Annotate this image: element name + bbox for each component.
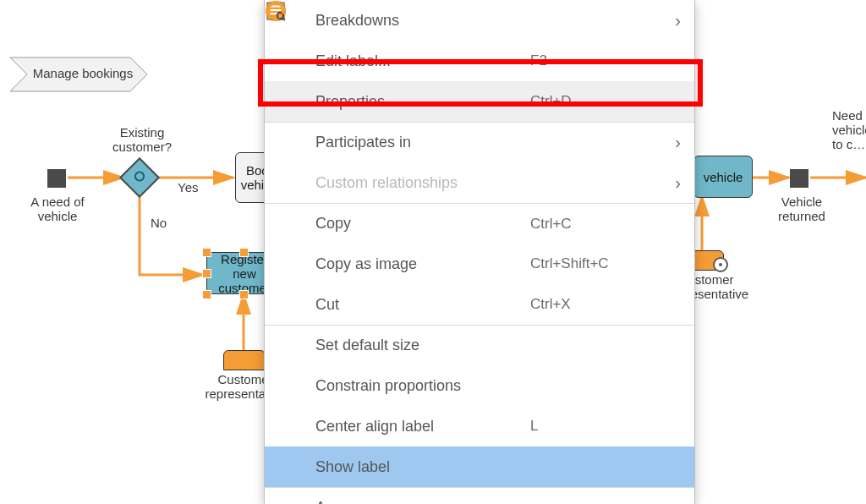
cut-off-label: Need vehicle to c… <box>832 108 866 151</box>
copy-image-icon <box>280 251 305 277</box>
chevron-right-icon: › <box>666 133 681 152</box>
menu-item-shortcut: Ctrl+X <box>530 296 666 313</box>
context-menu: Breakdowns›Edit label...F2Properties...C… <box>264 0 695 504</box>
selection-handle[interactable] <box>202 248 211 257</box>
selection-handle[interactable] <box>202 269 211 278</box>
copy-icon <box>280 211 305 237</box>
chevron-right-icon: › <box>666 173 681 193</box>
menu-item-label: Custom relationships <box>315 174 530 192</box>
start-event-label: A need of vehicle <box>24 194 91 223</box>
end-event[interactable] <box>790 169 808 188</box>
menu-item-shortcut: Ctrl+D <box>530 93 666 110</box>
menu-item-label: Participates in <box>315 134 530 151</box>
default-size-icon <box>280 333 305 359</box>
appearance-icon <box>280 496 305 505</box>
menu-item-shortcut: Ctrl+C <box>530 216 666 233</box>
center-align-icon <box>280 414 305 439</box>
selection-handle[interactable] <box>239 290 249 299</box>
relationship-icon <box>280 170 305 195</box>
menu-item-cut[interactable]: CutCtrl+X <box>265 284 694 325</box>
lock-icon <box>280 373 305 398</box>
title-chevron-label: Manage bookings <box>24 66 142 80</box>
menu-item-participates-in[interactable]: Participates in› <box>265 122 694 162</box>
menu-item-constrain-proportions[interactable]: Constrain proportions <box>265 365 694 406</box>
menu-item-label: Center align label <box>315 418 530 436</box>
menu-item-set-default-size[interactable]: Set default size <box>265 325 694 365</box>
edge-no-label: No <box>151 216 167 230</box>
menu-item-appearance[interactable]: Appearance <box>265 487 694 504</box>
pencil-icon <box>280 48 305 74</box>
menu-item-show-label[interactable]: Show label <box>265 446 694 487</box>
menu-item-label: Constrain proportions <box>315 377 530 395</box>
chevron-right-icon: › <box>666 11 681 30</box>
cut-icon <box>280 292 305 317</box>
diagram-canvas[interactable]: Manage bookings A need of vehicle Existi… <box>0 0 866 504</box>
menu-item-shortcut: L <box>530 418 666 435</box>
menu-item-label: Cut <box>315 296 530 314</box>
menu-item-label: Appearance <box>315 499 530 504</box>
start-event[interactable] <box>47 169 66 188</box>
menu-item-shortcut: F2 <box>530 52 666 69</box>
selection-handle[interactable] <box>239 248 249 257</box>
task-return-vehicle[interactable]: vehicle <box>693 156 753 198</box>
end-event-label: Vehicle returned <box>768 194 836 223</box>
menu-item-copy[interactable]: CopyCtrl+C <box>265 203 694 244</box>
menu-item-label: Copy <box>315 215 530 233</box>
menu-item-breakdowns[interactable]: Breakdowns› <box>265 0 694 41</box>
menu-item-shortcut: Ctrl+Shift+C <box>530 255 666 272</box>
menu-item-label: Properties... <box>315 93 530 111</box>
selection-handle[interactable] <box>202 290 211 299</box>
pool-error-badge-icon <box>713 257 728 272</box>
menu-item-properties[interactable]: Properties...Ctrl+D <box>265 81 694 122</box>
task-return-label: vehicle <box>704 170 743 184</box>
participates-icon <box>280 130 305 156</box>
menu-item-center-align-label[interactable]: Center align labelL <box>265 406 694 446</box>
menu-item-label: Copy as image <box>315 255 530 273</box>
svg-point-19 <box>268 3 282 18</box>
pool-customer-rep-left[interactable] <box>223 350 266 370</box>
menu-item-label: Set default size <box>315 337 530 354</box>
show-label-icon <box>280 454 305 479</box>
menu-item-copy-as-image[interactable]: Copy as imageCtrl+Shift+C <box>265 244 694 284</box>
menu-item-edit-label[interactable]: Edit label...F2 <box>265 41 694 81</box>
menu-item-custom-relationships: Custom relationships› <box>265 162 694 203</box>
menu-item-label: Breakdowns <box>315 12 530 30</box>
info-icon <box>280 89 305 114</box>
edge-yes-label: Yes <box>178 180 198 194</box>
menu-item-label: Edit label... <box>315 52 530 70</box>
menu-item-label: Show label <box>315 458 530 476</box>
gateway-label: Existing customer? <box>108 125 176 154</box>
